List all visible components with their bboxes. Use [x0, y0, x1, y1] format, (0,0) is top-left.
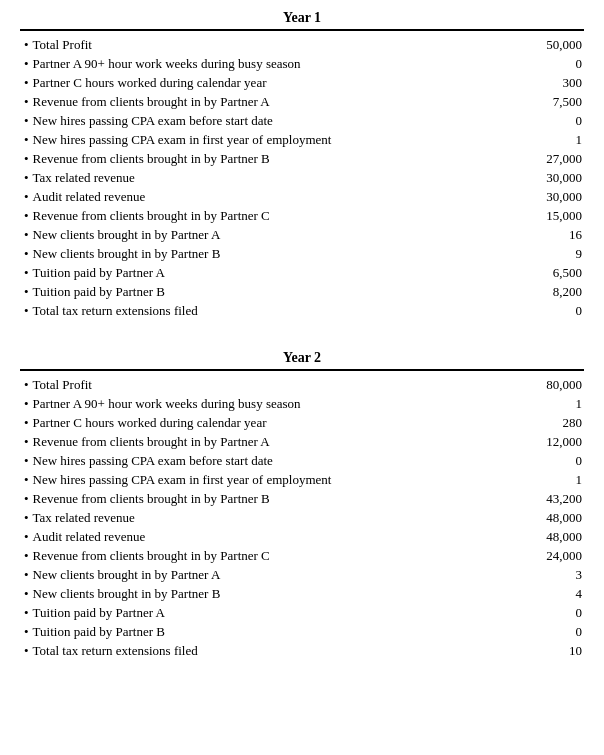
row-label: •Partner A 90+ hour work weeks during bu…: [20, 54, 499, 73]
row-value: 0: [499, 622, 584, 641]
table-row: •Total Profit50,000: [20, 35, 584, 54]
label-text: Revenue from clients brought in by Partn…: [33, 491, 270, 506]
row-label: •Tax related revenue: [20, 508, 499, 527]
bullet-icon: •: [24, 132, 29, 148]
bullet-icon: •: [24, 415, 29, 431]
bullet-icon: •: [24, 56, 29, 72]
row-label: •Partner C hours worked during calendar …: [20, 73, 499, 92]
label-text: New hires passing CPA exam before start …: [33, 453, 273, 468]
row-label: •Tax related revenue: [20, 168, 499, 187]
bullet-icon: •: [24, 303, 29, 319]
bullet-icon: •: [24, 624, 29, 640]
row-label: •Partner A 90+ hour work weeks during bu…: [20, 394, 499, 413]
row-label: •Revenue from clients brought in by Part…: [20, 206, 499, 225]
table-row: •New clients brought in by Partner A3: [20, 565, 584, 584]
label-text: Audit related revenue: [33, 529, 146, 544]
row-value: 0: [499, 301, 584, 320]
table-row: •New hires passing CPA exam before start…: [20, 451, 584, 470]
label-text: New clients brought in by Partner A: [33, 567, 221, 582]
row-value: 1: [499, 394, 584, 413]
label-text: Revenue from clients brought in by Partn…: [33, 208, 270, 223]
row-label: •Total tax return extensions filed: [20, 301, 499, 320]
row-label: •Tuition paid by Partner A: [20, 263, 499, 282]
row-label: •New clients brought in by Partner A: [20, 565, 499, 584]
row-label: •New clients brought in by Partner A: [20, 225, 499, 244]
table-row: •Revenue from clients brought in by Part…: [20, 546, 584, 565]
label-text: Revenue from clients brought in by Partn…: [33, 94, 270, 109]
row-value: 0: [499, 111, 584, 130]
row-value: 9: [499, 244, 584, 263]
row-label: •Total Profit: [20, 35, 499, 54]
year1-table: •Total Profit50,000•Partner A 90+ hour w…: [20, 35, 584, 320]
bullet-icon: •: [24, 227, 29, 243]
label-text: Revenue from clients brought in by Partn…: [33, 434, 270, 449]
bullet-icon: •: [24, 170, 29, 186]
bullet-icon: •: [24, 94, 29, 110]
bullet-icon: •: [24, 453, 29, 469]
label-text: Tuition paid by Partner A: [33, 265, 165, 280]
row-value: 30,000: [499, 187, 584, 206]
table-row: •Revenue from clients brought in by Part…: [20, 432, 584, 451]
row-label: •New hires passing CPA exam in first yea…: [20, 130, 499, 149]
row-value: 6,500: [499, 263, 584, 282]
bullet-icon: •: [24, 586, 29, 602]
row-label: •Audit related revenue: [20, 527, 499, 546]
year2-title: Year 2: [20, 350, 584, 371]
row-label: •Revenue from clients brought in by Part…: [20, 546, 499, 565]
row-label: •New hires passing CPA exam in first yea…: [20, 470, 499, 489]
table-row: •Tuition paid by Partner A6,500: [20, 263, 584, 282]
table-row: •Total Profit80,000: [20, 375, 584, 394]
table-row: •Tuition paid by Partner B8,200: [20, 282, 584, 301]
table-row: •Revenue from clients brought in by Part…: [20, 489, 584, 508]
bullet-icon: •: [24, 396, 29, 412]
table-row: •New clients brought in by Partner A16: [20, 225, 584, 244]
row-value: 0: [499, 603, 584, 622]
row-value: 43,200: [499, 489, 584, 508]
table-row: •Total tax return extensions filed10: [20, 641, 584, 660]
row-label: •New hires passing CPA exam before start…: [20, 451, 499, 470]
bullet-icon: •: [24, 151, 29, 167]
row-label: •Total Profit: [20, 375, 499, 394]
row-value: 30,000: [499, 168, 584, 187]
year1-title: Year 1: [20, 10, 584, 31]
row-value: 12,000: [499, 432, 584, 451]
label-text: Tuition paid by Partner B: [33, 284, 165, 299]
bullet-icon: •: [24, 529, 29, 545]
row-label: •Tuition paid by Partner B: [20, 282, 499, 301]
row-label: •Revenue from clients brought in by Part…: [20, 432, 499, 451]
table-row: •Tuition paid by Partner B0: [20, 622, 584, 641]
bullet-icon: •: [24, 113, 29, 129]
row-value: 8,200: [499, 282, 584, 301]
table-row: •Tax related revenue30,000: [20, 168, 584, 187]
table-row: •Partner C hours worked during calendar …: [20, 73, 584, 92]
label-text: New clients brought in by Partner B: [33, 246, 221, 261]
row-label: •Revenue from clients brought in by Part…: [20, 92, 499, 111]
label-text: Total Profit: [33, 37, 92, 52]
table-row: •New hires passing CPA exam in first yea…: [20, 470, 584, 489]
label-text: New hires passing CPA exam before start …: [33, 113, 273, 128]
table-row: •Audit related revenue48,000: [20, 527, 584, 546]
row-label: •New hires passing CPA exam before start…: [20, 111, 499, 130]
bullet-icon: •: [24, 208, 29, 224]
bullet-icon: •: [24, 377, 29, 393]
label-text: Total tax return extensions filed: [33, 303, 198, 318]
label-text: Audit related revenue: [33, 189, 146, 204]
label-text: New clients brought in by Partner B: [33, 586, 221, 601]
row-value: 48,000: [499, 527, 584, 546]
bullet-icon: •: [24, 265, 29, 281]
bullet-icon: •: [24, 567, 29, 583]
row-label: •New clients brought in by Partner B: [20, 584, 499, 603]
row-value: 27,000: [499, 149, 584, 168]
row-value: 300: [499, 73, 584, 92]
bullet-icon: •: [24, 605, 29, 621]
row-value: 3: [499, 565, 584, 584]
row-value: 280: [499, 413, 584, 432]
bullet-icon: •: [24, 548, 29, 564]
year1-section: Year 1 •Total Profit50,000•Partner A 90+…: [20, 10, 584, 320]
table-row: •Tax related revenue48,000: [20, 508, 584, 527]
row-label: •Revenue from clients brought in by Part…: [20, 489, 499, 508]
table-row: •Partner A 90+ hour work weeks during bu…: [20, 54, 584, 73]
row-value: 10: [499, 641, 584, 660]
bullet-icon: •: [24, 189, 29, 205]
table-row: •New hires passing CPA exam before start…: [20, 111, 584, 130]
